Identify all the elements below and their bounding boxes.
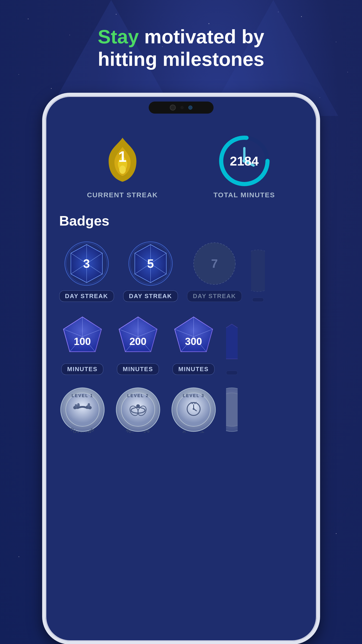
partial-icon-1 (251, 248, 265, 294)
phone-frame: 1 CURRENT STREAK (42, 93, 320, 644)
badge-level2-retreats: LEVEL 2 RETREATS (115, 386, 161, 433)
minutes-value: 2184 (230, 154, 259, 168)
speaker (180, 106, 184, 109)
minutes-badge-row: 100 MINUTES (59, 314, 303, 375)
minutes-label: TOTAL MINUTES (214, 191, 275, 199)
phone-screen: 1 CURRENT STREAK (45, 119, 317, 641)
headline-line1: Stay motivated by (0, 26, 362, 48)
coin-dailysits-icon: LEVEL 3 (170, 386, 217, 433)
streak-badge-row: 3 DAY STREAK (59, 240, 303, 302)
badge-level1-coaching: LEVEL 1 (59, 386, 106, 433)
svg-point-78 (136, 404, 140, 408)
badge-5-label: DAY STREAK (123, 290, 178, 302)
badge-partial-2 (226, 320, 238, 375)
badge-7-number: 7 (211, 257, 218, 270)
headline-motivated: motivated by (139, 26, 264, 48)
coin-badge-row: LEVEL 1 (59, 386, 303, 433)
badge-3-day-streak: 3 DAY STREAK (59, 240, 114, 302)
coin-2-svg: LEVEL 2 RETREATS (115, 386, 161, 433)
badge-300-minutes: 300 MINUTES (170, 314, 217, 375)
svg-point-38 (251, 250, 265, 292)
badge-5-number: 5 (147, 257, 154, 270)
coin-3-svg: LEVEL 3 (170, 386, 217, 433)
badge-3-poly: 3 (63, 240, 110, 287)
header-section: Stay motivated by hitting milestones (0, 26, 362, 70)
face-id-dot (188, 106, 192, 110)
badge-partial-1 (251, 248, 265, 302)
badge-partial-pentagon-2 (226, 320, 238, 367)
badge-5-day-streak: 5 DAY STREAK (123, 240, 178, 302)
clock-icon-container: 2184 (219, 136, 270, 186)
streak-value: 1 (118, 148, 127, 165)
badge-3-number: 3 (83, 257, 90, 270)
badge-partial-coin (226, 386, 238, 433)
coin-partial-svg (226, 386, 238, 433)
minutes-badge-row-wrapper: 100 MINUTES (59, 314, 303, 384)
headline-line2: hitting milestones (0, 48, 362, 70)
badge-100-minutes: 100 MINUTES (59, 314, 106, 375)
svg-point-0 (119, 166, 126, 174)
badges-title: Badges (59, 213, 303, 229)
badge-partial-label-2 (226, 371, 238, 375)
camera-lens (170, 104, 176, 110)
badge-200-number: 200 (129, 336, 146, 347)
coin-retreats-icon: LEVEL 2 RETREATS (115, 386, 161, 433)
minutes-stat: 2184 TOTAL MINUTES (214, 136, 275, 199)
badge-3-label: DAY STREAK (59, 290, 114, 302)
badge-100-number: 100 (74, 336, 91, 347)
badges-section: Badges (59, 213, 303, 442)
phone-notch (149, 102, 214, 114)
badge-7-poly: 7 (191, 240, 238, 287)
svg-text:LEVEL 3: LEVEL 3 (183, 394, 205, 398)
coin-1-svg: LEVEL 1 (59, 386, 106, 433)
flame-icon-container: 1 (97, 136, 148, 186)
badge-300-number: 300 (185, 336, 202, 347)
svg-marker-61 (226, 324, 238, 359)
streak-stat: 1 CURRENT STREAK (87, 136, 158, 199)
partial-pentagon-icon (226, 320, 238, 367)
coin-badge-row-wrapper: LEVEL 1 (59, 386, 303, 442)
badge-200-minutes: 200 MINUTES (115, 314, 161, 375)
badge-200-label: MINUTES (117, 364, 159, 375)
coin-coaching-icon: LEVEL 1 (59, 386, 106, 433)
badge-100-pentagon: 100 (59, 314, 106, 360)
coin-partial-icon (226, 386, 238, 433)
streak-label: CURRENT STREAK (87, 191, 158, 199)
svg-text:LEVEL 2: LEVEL 2 (127, 394, 149, 398)
badge-partial-poly-1 (251, 248, 265, 294)
badge-300-pentagon: 300 (170, 314, 217, 360)
headline: Stay motivated by hitting milestones (0, 26, 362, 70)
badge-300-label: MINUTES (173, 364, 214, 375)
badge-100-label: MINUTES (61, 364, 103, 375)
badge-partial-label-1 (252, 298, 264, 302)
svg-text:LEVEL 1: LEVEL 1 (71, 394, 93, 398)
badge-7-label: DAY STREAK (187, 290, 242, 302)
badge-level3-dailysits: LEVEL 3 (170, 386, 217, 433)
svg-point-86 (193, 408, 195, 410)
svg-point-89 (226, 393, 238, 426)
headline-stay: Stay (98, 26, 139, 48)
streak-badge-row-wrapper: 3 DAY STREAK (59, 240, 303, 311)
badge-7-day-streak: 7 DAY STREAK (187, 240, 242, 302)
badge-200-pentagon: 200 (115, 314, 161, 360)
stats-row: 1 CURRENT STREAK (59, 136, 303, 199)
badge-5-poly: 5 (127, 240, 174, 287)
